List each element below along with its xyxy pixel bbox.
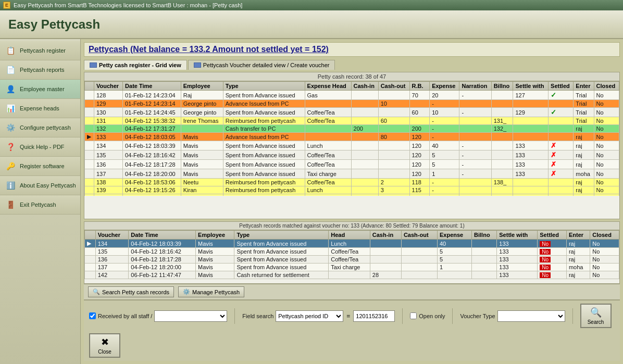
- sidebar-label-employee-master: Employee master: [20, 86, 65, 92]
- search-petty-cash-button[interactable]: 🔍 Search Petty cash records: [88, 286, 174, 297]
- sidebar-item-about[interactable]: ℹ️ About Easy Pettycash: [0, 176, 80, 195]
- sidebar-item-expense-heads[interactable]: 📊 Expense heads: [0, 99, 80, 118]
- table-row[interactable]: 13504-Feb-12 18:16:42MavisSpent from Adv…: [85, 248, 619, 256]
- col-cashout: Cash-out: [378, 82, 409, 91]
- bcol-employee: Employee: [196, 231, 234, 240]
- footer-voucher-type-section: Voucher Type: [460, 310, 565, 322]
- bcol-settled: Settled: [538, 231, 567, 240]
- table-row[interactable]: 12801-Feb-12 14:23:04RajSpent from Advan…: [85, 91, 619, 100]
- table-row[interactable]: 14206-Feb-12 11:47:47MavisCash returned …: [85, 271, 619, 279]
- tab-detailed-view[interactable]: Pettycash Voucher detailed view / Create…: [188, 60, 335, 70]
- table-row[interactable]: 13704-Feb-12 18:20:00MavisSpent from Adv…: [85, 169, 619, 179]
- sidebar-item-pettycash-reports[interactable]: 📄 Pettycash reports: [0, 60, 80, 80]
- table-row[interactable]: 13001-Feb-12 14:24:45George pintoSpent f…: [85, 108, 619, 117]
- table-row[interactable]: 12901-Feb-12 14:23:14George pintoAdvance…: [85, 100, 619, 108]
- search-button-label: Search: [588, 319, 604, 325]
- bcol-type: Type: [234, 231, 329, 240]
- table-row[interactable]: 13504-Feb-12 18:16:42MavisSpent from Adv…: [85, 150, 619, 160]
- col-billno: Billno: [491, 82, 513, 91]
- search-button-icon: 🔍: [590, 307, 602, 318]
- table-row[interactable]: 13404-Feb-12 18:03:39MavisSpent from Adv…: [85, 141, 619, 150]
- pettycash-register-icon: 📋: [4, 44, 17, 57]
- table-row[interactable]: 13604-Feb-12 18:17:28MavisSpent from Adv…: [85, 256, 619, 263]
- app-title: Easy Pettycash: [8, 17, 100, 32]
- bcol-head: Head: [329, 231, 370, 240]
- table-row[interactable]: 13804-Feb-12 18:53:06NeetuReimbursed fro…: [85, 179, 619, 186]
- bcol-arrow: [85, 231, 96, 240]
- col-exphead: Expense Head: [305, 82, 351, 91]
- voucher-type-select[interactable]: [497, 310, 565, 322]
- col-datetime: Date Time: [123, 82, 181, 91]
- main-layout: 📋 Pettycash register 📄 Pettycash reports…: [0, 39, 623, 364]
- sidebar-label-quick-help: Quick Help - PDF: [20, 144, 65, 150]
- bcol-cashin: Cash-in: [370, 231, 401, 240]
- col-enter: Enter: [574, 82, 594, 91]
- tabs: Petty cash register - Grid view Pettycas…: [84, 60, 620, 70]
- footer: Received by all staff / Field search Pet…: [84, 299, 620, 361]
- tab-detailed-view-icon: [194, 62, 201, 68]
- col-narration: Narration: [459, 82, 491, 91]
- table-row[interactable]: 13604-Feb-12 18:17:28MavisSpent from Adv…: [85, 160, 619, 169]
- close-button-label: Close: [98, 349, 111, 355]
- col-settlewith: Settle with: [513, 82, 549, 91]
- sidebar-label-expense-heads: Expense heads: [20, 105, 59, 111]
- col-expense: Expense: [430, 82, 459, 91]
- open-only-checkbox[interactable]: [410, 312, 417, 319]
- bcol-expense: Expense: [437, 231, 471, 240]
- tab-grid-view-label: Petty cash register - Grid view: [99, 62, 181, 68]
- page-title: Pettycash (Net balance = 133.2 Amount no…: [84, 42, 620, 57]
- equals-sign: =: [346, 312, 350, 320]
- bottom-table-wrapper[interactable]: Voucher Date Time Employee Type Head Cas…: [84, 230, 619, 283]
- received-by-all-label: Received by all staff /: [98, 313, 152, 319]
- sidebar-item-configure-pettycash[interactable]: ⚙️ Configure pettycash: [0, 118, 80, 137]
- sidebar-label-about: About Easy Pettycash: [20, 182, 76, 189]
- toolbar: 🔍 Search Petty cash records ⚙️ Manage Pe…: [84, 284, 620, 299]
- table-row[interactable]: 14004-Feb-12 19:33:15KiranReimbursed fro…: [85, 194, 619, 196]
- sidebar-item-exit[interactable]: 🚪 Exit Pettycash: [0, 195, 80, 215]
- table-row[interactable]: 13704-Feb-12 18:20:00MavisSpent from Adv…: [85, 263, 619, 271]
- close-button[interactable]: ✖ Close: [89, 333, 120, 358]
- footer-divider-2: [402, 308, 403, 324]
- app-icon: E: [3, 2, 10, 9]
- received-by-all-checkbox[interactable]: [89, 312, 96, 319]
- manage-pettycash-button[interactable]: ⚙️ Manage Pettycash: [178, 286, 244, 297]
- register-software-icon: 🔑: [4, 160, 17, 172]
- close-button-icon: ✖: [101, 336, 109, 348]
- footer-divider-1: [234, 308, 235, 324]
- main-table-wrapper[interactable]: Voucher Date Time Employee Type Expense …: [84, 81, 619, 196]
- manage-pettycash-icon: ⚙️: [183, 288, 190, 295]
- tab-grid-view[interactable]: Petty cash register - Grid view: [84, 60, 187, 70]
- received-by-select[interactable]: [154, 310, 227, 322]
- table-row[interactable]: ▶13304-Feb-12 18:03:05MavisAdvance Issue…: [85, 133, 619, 141]
- grid-record-info: Petty cash record: 38 of 47: [84, 72, 619, 81]
- title-bar: E Easy Pettycash from SmartB Technologie…: [0, 0, 623, 10]
- footer-field-search-section: Field search Pettycash period ID =: [242, 310, 395, 322]
- table-row[interactable]: 13904-Feb-12 19:15:26KiranReimbursed fro…: [85, 186, 619, 194]
- sidebar-label-configure: Configure pettycash: [20, 124, 71, 131]
- sidebar-item-register-software[interactable]: 🔑 Register software: [0, 157, 80, 176]
- sidebar-item-quick-help[interactable]: ❓ Quick Help - PDF: [0, 137, 80, 157]
- field-search-dropdown[interactable]: Pettycash period ID: [276, 310, 343, 322]
- field-search-value[interactable]: [353, 310, 395, 322]
- sidebar-item-pettycash-register[interactable]: 📋 Pettycash register: [0, 41, 80, 60]
- footer-divider-4: [572, 308, 573, 324]
- col-rb: R.B.: [409, 82, 430, 91]
- table-row[interactable]: 13204-Feb-12 17:31:27Cash transfer to PC…: [85, 125, 619, 133]
- field-search-label: Field search: [242, 313, 273, 319]
- bottom-grid-header: Pettycash records matched against vouche…: [84, 222, 619, 230]
- configure-icon: ⚙️: [4, 121, 17, 134]
- col-settled: Settled: [549, 82, 574, 91]
- table-row[interactable]: 13104-Feb-12 15:38:32Irene ThomasReimbur…: [85, 117, 619, 125]
- search-petty-cash-label: Search Petty cash records: [102, 289, 169, 295]
- tab-detailed-view-label: Pettycash Voucher detailed view / Create…: [203, 62, 330, 68]
- pettycash-reports-icon: 📄: [4, 64, 17, 76]
- open-only-label: Open only: [419, 313, 445, 319]
- sidebar-item-employee-master[interactable]: 👤 Employee master: [0, 80, 80, 99]
- app-header: Easy Pettycash: [0, 10, 623, 39]
- col-cashin: Cash-in: [351, 82, 378, 91]
- quick-help-icon: ❓: [4, 141, 17, 153]
- bottom-table: Voucher Date Time Employee Type Head Cas…: [84, 230, 619, 279]
- table-row[interactable]: ▶13404-Feb-12 18:03:39MavisSpent from Ad…: [85, 240, 619, 248]
- search-button[interactable]: 🔍 Search: [580, 304, 612, 328]
- sidebar-label-pettycash-register: Pettycash register: [20, 47, 66, 54]
